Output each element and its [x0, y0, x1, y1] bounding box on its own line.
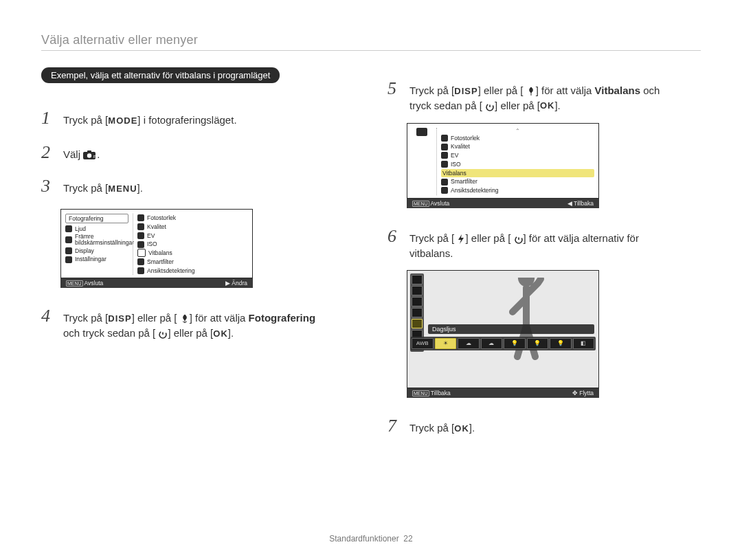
ev-icon: [412, 297, 423, 306]
face-icon: [137, 267, 144, 274]
ok-button-label: OK: [454, 423, 469, 436]
menu-item-selected: Vitbalans: [441, 169, 594, 178]
tab-framre: Främre bildskärmsinställningar: [65, 234, 128, 247]
menu-item: Ansiktsdetektering: [137, 267, 248, 276]
footer-right: ✥ Flytta: [572, 390, 594, 396]
label: Tillbaka: [431, 390, 451, 396]
speaker-icon: [65, 225, 72, 232]
display-icon: [65, 247, 72, 254]
wb-option-daylight: ☀: [435, 338, 457, 349]
footer-label: Standardfunktioner: [329, 534, 398, 544]
tab-installningar: Inställningar: [65, 255, 128, 264]
step-6: 6 Tryck på [ ] eller på [ ] för att välj…: [387, 223, 701, 261]
label: Ändra: [232, 280, 247, 287]
step-text: Tryck på [ ] eller på [ ] för att välja …: [409, 231, 701, 261]
left-arrow-icon: ◀: [567, 200, 572, 207]
size-icon: [137, 214, 144, 221]
timer-icon: [485, 102, 495, 111]
wb-option: ☁: [481, 338, 503, 349]
step-number: 5: [387, 76, 400, 102]
step-number: 1: [41, 105, 54, 131]
smartfilter-icon: [137, 258, 144, 265]
disp-button-label: DISP: [454, 85, 477, 98]
menu-item: EV: [137, 232, 248, 240]
step-number: 4: [41, 303, 54, 329]
iso-icon: [441, 161, 448, 168]
menu-left-mode: [412, 128, 432, 136]
ev-icon: [137, 232, 144, 239]
menu-icon-label: MENU: [66, 280, 83, 287]
title-rule: [41, 50, 701, 51]
gear-icon: [65, 256, 72, 263]
menu-item: Fotostorlek: [137, 214, 248, 223]
mode-button-label: MODE: [108, 115, 137, 128]
step-number: 6: [387, 223, 400, 249]
text: Tryck på [: [409, 232, 454, 244]
wb-option-row: AWB ☀ ☁ ☁ 💡 💡 💡 ◧: [410, 337, 596, 350]
footer-left: MENU Avsluta: [66, 280, 103, 287]
front-display-icon: [65, 236, 72, 243]
page-number: 22: [403, 534, 412, 544]
text: Tryck på [: [409, 422, 454, 434]
ok-button-label: OK: [213, 328, 228, 341]
text: Tryck på [: [63, 312, 108, 324]
label: Inställningar: [75, 255, 106, 264]
menu-item: Kvalitet: [441, 142, 594, 151]
menu-right-items: ⌃ Fotostorlek Kvalitet EV ISO Vitbalans …: [436, 128, 594, 195]
svg-point-2: [87, 153, 91, 157]
step-text: Tryck på [OK].: [409, 421, 701, 436]
bold-target: Vitbalans: [595, 85, 640, 96]
wb-option-custom: ◧: [573, 338, 595, 349]
label: Avsluta: [85, 280, 104, 287]
wb-icon-selected: [412, 319, 423, 328]
disp-button-label: DISP: [108, 313, 131, 326]
menu-footer: MENU Avsluta ◀ Tillbaka: [407, 199, 599, 208]
footer-right: ▶ Ändra: [225, 280, 247, 287]
text: ].: [554, 100, 560, 111]
label: EV: [451, 151, 458, 160]
menu-item: Smartfilter: [137, 258, 248, 267]
svg-rect-1: [87, 150, 91, 153]
label: Fotostorlek: [451, 134, 480, 143]
step-2: 2 Välj P .: [41, 139, 355, 166]
wb-option: 💡: [550, 338, 572, 349]
wb-option: 💡: [504, 338, 526, 349]
step-number: 7: [387, 413, 400, 439]
label: Ljud: [75, 225, 86, 234]
menu-screenshot-1: Fotografering Ljud Främre bildskärmsinst…: [60, 209, 253, 288]
text: ] i fotograferingsläget.: [137, 114, 236, 126]
label: Tillbaka: [574, 200, 594, 207]
text: ] eller på [: [478, 85, 524, 96]
svg-marker-8: [458, 234, 464, 244]
menu-item: Kvalitet: [137, 223, 248, 232]
camera-p-icon: P: [83, 150, 97, 160]
face-icon: [441, 187, 448, 194]
text: .: [97, 148, 100, 160]
text: vitbalans.: [409, 247, 453, 259]
quality-icon: [412, 286, 423, 295]
page-footer: Standardfunktioner 22: [0, 534, 742, 544]
flash-icon: [457, 234, 465, 244]
text: ] för att välja: [536, 85, 595, 96]
step-text: Tryck på [MODE] i fotograferingsläget.: [63, 113, 355, 128]
menu-icon-label: MENU: [412, 201, 429, 207]
text: Tryck på [: [63, 114, 108, 126]
wb-option-auto: AWB: [412, 338, 434, 349]
iso-icon: [412, 308, 423, 317]
text: Tryck på [: [409, 85, 454, 96]
menu-item: Vitbalans: [137, 249, 248, 258]
label: ISO: [147, 240, 157, 249]
text: ] eller på [: [465, 232, 510, 244]
label: Vitbalans: [442, 169, 466, 178]
column-right: 5 Tryck på [DISP] eller på [ ] för att v…: [387, 67, 701, 447]
tab-fotografering: Fotografering: [65, 214, 128, 223]
menu-item: ISO: [441, 160, 594, 169]
wb-option: 💡: [527, 338, 549, 349]
text: tryck sedan på [: [409, 100, 482, 111]
move-icon: ✥: [572, 390, 578, 396]
label: Kvalitet: [451, 142, 470, 151]
text: ] eller på [: [168, 327, 213, 339]
step-text: Tryck på [DISP] eller på [ ] för att väl…: [409, 83, 701, 113]
footer-right: ◀ Tillbaka: [567, 200, 594, 207]
label: Smartfilter: [451, 177, 477, 186]
